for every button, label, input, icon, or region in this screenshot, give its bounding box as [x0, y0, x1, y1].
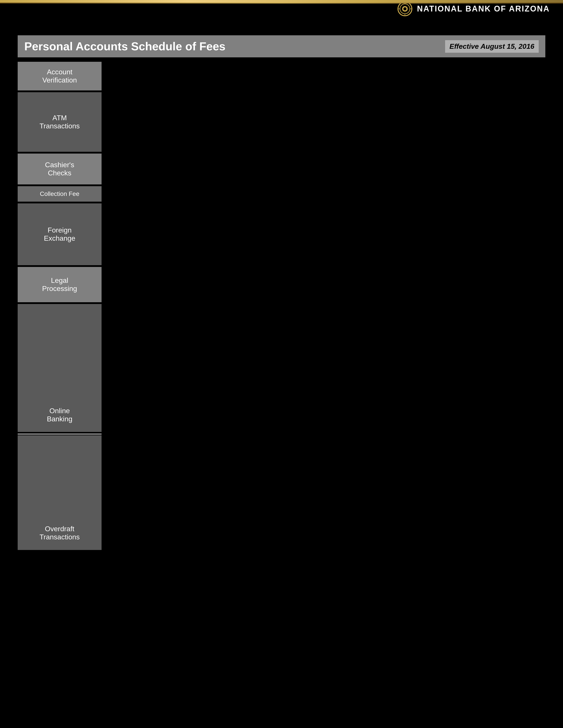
sidebar: AccountVerification ATMTransactions Cash…: [18, 62, 102, 679]
sidebar-item-online-banking[interactable]: OnlineBanking: [18, 304, 102, 432]
bank-name-text: NATIONAL BANK OF ARIZONA: [417, 4, 550, 13]
sidebar-item-label: Collection Fee: [40, 190, 79, 197]
sidebar-item-legal-processing[interactable]: LegalProcessing: [18, 267, 102, 302]
sidebar-item-cashiers-checks[interactable]: Cashier'sChecks: [18, 154, 102, 184]
sidebar-item-collection-fee[interactable]: Collection Fee: [18, 186, 102, 202]
section-divider: [18, 434, 102, 434]
effective-date: Effective August 15, 2016: [445, 40, 539, 53]
sidebar-item-foreign-exchange[interactable]: ForeignExchange: [18, 203, 102, 265]
sidebar-item-label: LegalProcessing: [42, 276, 77, 293]
svg-point-3: [403, 7, 407, 10]
bank-logo-icon: [397, 1, 413, 17]
content-area: [102, 62, 545, 679]
sidebar-item-account-verification[interactable]: AccountVerification: [18, 62, 102, 90]
header: NATIONAL BANK OF ARIZONA: [0, 0, 563, 18]
sidebar-item-atm-transactions[interactable]: ATMTransactions: [18, 92, 102, 152]
sidebar-item-label: Cashier'sChecks: [45, 161, 74, 177]
main-content: Personal Accounts Schedule of Fees Effec…: [0, 18, 563, 697]
page-title-section: Personal Accounts Schedule of Fees Effec…: [18, 35, 545, 57]
sidebar-item-label: OverdraftTransactions: [39, 525, 80, 541]
sidebar-item-label: ATMTransactions: [39, 114, 80, 130]
sidebar-item-overdraft-transactions[interactable]: OverdraftTransactions: [18, 435, 102, 550]
bank-logo: NATIONAL BANK OF ARIZONA: [397, 1, 550, 17]
sidebar-item-label: AccountVerification: [42, 68, 77, 84]
layout: AccountVerification ATMTransactions Cash…: [18, 62, 545, 679]
sidebar-item-label: ForeignExchange: [44, 226, 75, 242]
sidebar-item-label: OnlineBanking: [47, 407, 72, 423]
page-title: Personal Accounts Schedule of Fees: [24, 40, 225, 53]
